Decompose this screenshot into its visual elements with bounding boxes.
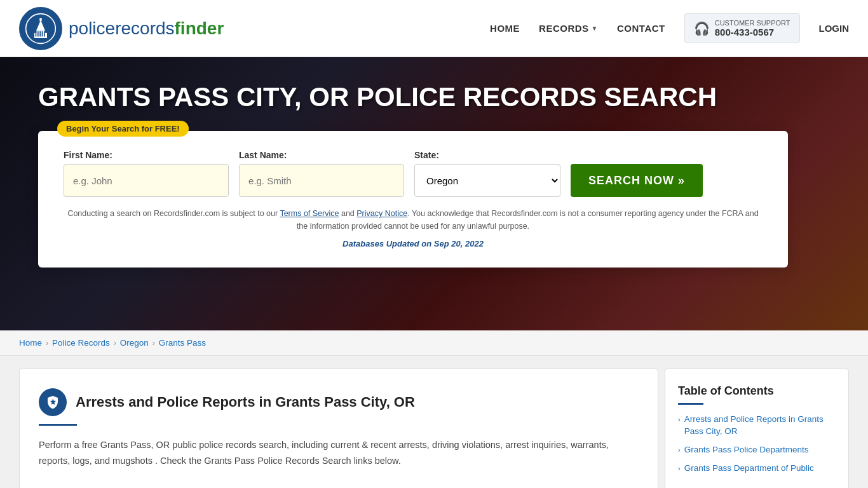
login-button[interactable]: LOGIN	[819, 23, 850, 34]
logo-text: policerecordsfinder	[69, 18, 224, 39]
sidebar: Table of Contents › Arrests and Police R…	[665, 369, 849, 488]
hero-title: GRANTS PASS CITY, OR POLICE RECORDS SEAR…	[38, 83, 717, 112]
breadcrumb-sep-3: ›	[153, 339, 155, 348]
privacy-link[interactable]: Privacy Notice	[356, 209, 407, 218]
nav-contact[interactable]: CONTACT	[617, 23, 665, 34]
svg-rect-8	[44, 31, 45, 36]
headset-icon: 🎧	[694, 21, 710, 36]
svg-rect-4	[36, 31, 37, 36]
logo[interactable]: policerecordsfinder	[19, 7, 224, 50]
first-name-label: First Name:	[64, 150, 229, 160]
logo-icon	[19, 7, 62, 50]
nav-records[interactable]: RECORDS ▼	[539, 23, 598, 34]
terms-link[interactable]: Terms of Service	[280, 209, 339, 218]
breadcrumb: Home › Police Records › Oregon › Grants …	[19, 338, 849, 348]
last-name-input[interactable]	[239, 164, 404, 197]
chevron-down-icon: ▼	[592, 25, 598, 32]
disclaimer-text: Conducting a search on Recordsfinder.com…	[64, 207, 763, 233]
site-header: policerecordsfinder HOME RECORDS ▼ CONTA…	[0, 0, 868, 57]
state-label: State:	[414, 150, 560, 160]
state-select[interactable]: Oregon Alabama Alaska Arizona California	[414, 164, 560, 197]
svg-rect-7	[42, 31, 43, 36]
toc-item-3[interactable]: › Grants Pass Department of Public	[678, 463, 836, 475]
last-name-label: Last Name:	[239, 150, 404, 160]
search-card: Begin Your Search for FREE! First Name: …	[38, 131, 788, 268]
search-form: First Name: Last Name: State: Oregon Ala…	[64, 150, 763, 197]
section-body: Perform a free Grants Pass, OR public po…	[39, 437, 639, 468]
svg-rect-5	[37, 31, 39, 36]
last-name-group: Last Name:	[239, 150, 404, 197]
breadcrumb-current: Grants Pass	[159, 338, 206, 348]
hero-section: GRANTS PASS CITY, OR POLICE RECORDS SEAR…	[0, 57, 868, 330]
content-area: Arrests and Police Reports in Grants Pas…	[0, 356, 868, 488]
toc-title: Table of Contents	[678, 384, 836, 398]
breadcrumb-police-records[interactable]: Police Records	[52, 338, 110, 348]
toc-chevron-1: ›	[678, 415, 681, 424]
svg-rect-6	[39, 31, 41, 36]
first-name-group: First Name:	[64, 150, 229, 197]
breadcrumb-bar: Home › Police Records › Oregon › Grants …	[0, 330, 868, 356]
toc-item-2[interactable]: › Grants Pass Police Departments	[678, 444, 836, 456]
state-group: State: Oregon Alabama Alaska Arizona Cal…	[414, 150, 560, 197]
badge-icon	[39, 388, 67, 416]
shield-star-icon	[45, 395, 60, 410]
support-label: CUSTOMER SUPPORT	[715, 19, 790, 27]
main-content: Arrests and Police Reports in Grants Pas…	[19, 369, 658, 488]
main-nav: HOME RECORDS ▼ CONTACT 🎧 CUSTOMER SUPPOR…	[490, 13, 849, 43]
section-title: Arrests and Police Reports in Grants Pas…	[76, 394, 415, 410]
support-number: 800-433-0567	[715, 27, 790, 37]
section-header: Arrests and Police Reports in Grants Pas…	[39, 388, 639, 416]
toc-list: › Arrests and Police Reports in Grants P…	[678, 414, 836, 475]
toc-item-1[interactable]: › Arrests and Police Reports in Grants P…	[678, 414, 836, 438]
breadcrumb-sep-2: ›	[114, 339, 116, 348]
toc-divider	[678, 403, 703, 405]
nav-home[interactable]: HOME	[490, 23, 520, 34]
toc-chevron-2: ›	[678, 445, 681, 455]
breadcrumb-sep-1: ›	[46, 339, 48, 348]
support-info: CUSTOMER SUPPORT 800-433-0567	[715, 19, 790, 37]
breadcrumb-home[interactable]: Home	[19, 338, 42, 348]
svg-rect-3	[39, 18, 41, 21]
section-divider	[39, 424, 77, 426]
toc-chevron-3: ›	[678, 464, 681, 473]
breadcrumb-oregon[interactable]: Oregon	[120, 338, 149, 348]
free-badge: Begin Your Search for FREE!	[57, 121, 189, 137]
db-updated: Databases Updated on Sep 20, 2022	[64, 239, 763, 248]
first-name-input[interactable]	[64, 164, 229, 197]
customer-support-box[interactable]: 🎧 CUSTOMER SUPPORT 800-433-0567	[684, 13, 800, 43]
search-button[interactable]: SEARCH NOW »	[571, 164, 703, 197]
